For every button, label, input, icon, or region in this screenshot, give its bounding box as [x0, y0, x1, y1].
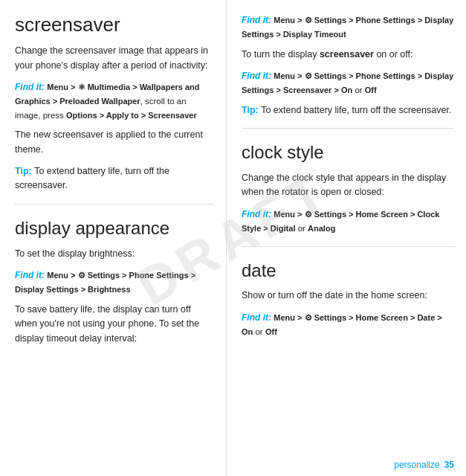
screensaver-body2: The new screensaver is applied to the cu…: [15, 128, 214, 157]
findit-label-timeout: Find it:: [242, 15, 274, 25]
findit-content-timeout: Menu > ⚙ Settings > Phone Settings > Dis…: [242, 16, 453, 39]
tip-screensaver: Tip: To extend battery life, turn off th…: [15, 164, 214, 193]
findit-timeout: Find it: Menu > ⚙ Settings > Phone Setti…: [242, 13, 454, 42]
tip-text-1: To extend battery life, turn off the scr…: [15, 166, 169, 190]
tip-battery: Tip: To extend battery life, turn off th…: [242, 103, 454, 118]
tip-text-2: To extend battery life, turn off the scr…: [261, 105, 451, 115]
page-container: screensaver Change the screensaver image…: [0, 0, 466, 476]
findit-brightness: Find it: Menu > ⚙ Settings > Phone Setti…: [15, 268, 214, 297]
findit-label-2: Find it:: [15, 270, 47, 280]
footer-number: 35: [444, 460, 454, 470]
findit-clock: Find it: Menu > ⚙ Settings > Home Screen…: [242, 208, 454, 236]
date-title: date: [242, 260, 454, 282]
display-body2: To save battery life, the display can tu…: [15, 303, 214, 346]
left-column: screensaver Change the screensaver image…: [0, 0, 227, 476]
findit-label-clock: Find it:: [242, 209, 274, 219]
date-body: Show or turn off the date in the home sc…: [242, 289, 454, 303]
clock-style-title: clock style: [242, 142, 454, 164]
screensaver-title: screensaver: [15, 13, 214, 36]
findit-screensaver-onoff: Find it: Menu > ⚙ Settings > Phone Setti…: [242, 69, 454, 97]
display-body1: To set the display brightness:: [15, 247, 214, 261]
findit-date: Find it: Menu > ⚙ Settings > Home Screen…: [242, 311, 454, 339]
divider-2: [242, 128, 454, 129]
screensaver-body1: Change the screensaver image that appear…: [15, 44, 214, 73]
right-column: Find it: Menu > ⚙ Settings > Phone Setti…: [227, 0, 466, 476]
findit-label-date: Find it:: [242, 312, 274, 323]
footer-label: personalize: [394, 460, 439, 470]
divider-3: [242, 246, 454, 247]
findit-label-1: Find it:: [15, 82, 47, 92]
tip-label-2: Tip:: [242, 105, 261, 115]
divider-1: [15, 204, 214, 205]
display-appearance-title: display appearance: [15, 218, 214, 239]
screensaver-onoff-body: To turn the display screensaver on or of…: [242, 48, 454, 62]
findit-screensaver-path: Find it: Menu > ⚛ Multimedia > Wallpaper…: [15, 80, 214, 122]
tip-label-1: Tip:: [15, 166, 34, 176]
findit-content-screensaver: Menu > ⚙ Settings > Phone Settings > Dis…: [242, 71, 453, 94]
findit-label-screensaver: Find it:: [242, 71, 274, 81]
clock-style-body: Change the clock style that appears in t…: [242, 171, 454, 200]
footer: personalize 35: [227, 454, 466, 476]
